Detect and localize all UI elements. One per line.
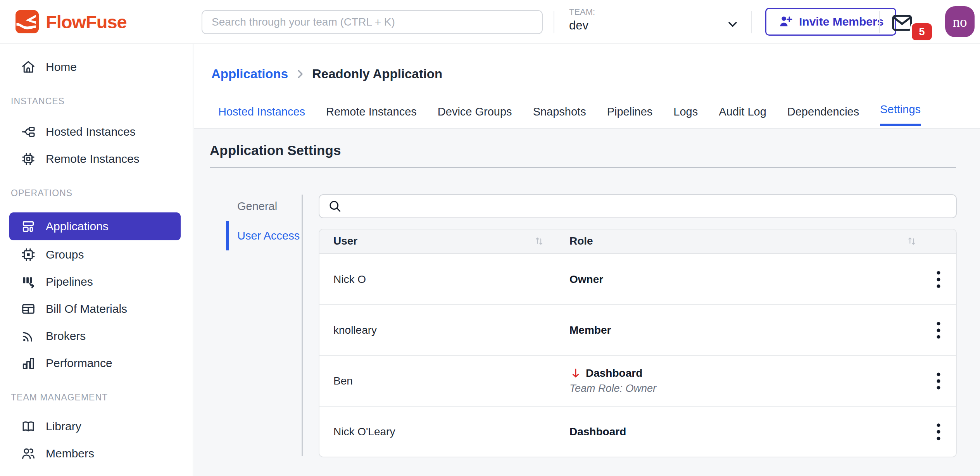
search-icon xyxy=(328,199,342,213)
invite-members-button[interactable]: Invite Members xyxy=(765,8,896,36)
column-header-role: Role xyxy=(569,235,593,247)
user-search-input[interactable] xyxy=(347,196,956,217)
home-icon xyxy=(21,60,36,74)
sidebar-section-instances: INSTANCES xyxy=(11,96,193,107)
sidebar-item-label: Remote Instances xyxy=(46,152,140,166)
user-name: knolleary xyxy=(319,305,569,355)
groups-icon xyxy=(21,247,36,262)
sidebar-item-label: Pipelines xyxy=(46,275,93,288)
kebab-icon xyxy=(936,321,941,340)
tab-pipelines[interactable]: Pipelines xyxy=(607,105,653,126)
user-access-content: User Role Nick O Owner xyxy=(319,194,957,457)
heading-divider xyxy=(210,167,956,168)
sort-icon[interactable] xyxy=(906,236,917,247)
tab-logs[interactable]: Logs xyxy=(673,105,698,126)
flowfuse-logo[interactable]: FlowFuse xyxy=(16,10,127,33)
row-menu-button[interactable] xyxy=(928,318,949,343)
tab-settings[interactable]: Settings xyxy=(880,103,921,126)
sidebar-item-label: Brokers xyxy=(46,329,86,343)
team-label: TEAM: xyxy=(569,7,595,17)
table-row: Nick O Owner xyxy=(319,254,956,304)
sidebar-item-library[interactable]: Library xyxy=(0,414,193,439)
sidebar-item-label: Home xyxy=(46,60,77,74)
row-menu-button[interactable] xyxy=(928,369,949,393)
table-header: User Role xyxy=(319,229,956,254)
sidebar-section-team-management: TEAM MANAGEMENT xyxy=(11,392,193,403)
sidebar-item-performance[interactable]: Performance xyxy=(0,350,193,376)
library-icon xyxy=(21,419,36,434)
settings-subnav: General User Access xyxy=(226,191,304,250)
tab-remote-instances[interactable]: Remote Instances xyxy=(326,105,417,126)
tab-dependencies[interactable]: Dependencies xyxy=(787,105,859,126)
user-name: Ben xyxy=(319,356,569,406)
sidebar-item-label: Applications xyxy=(46,220,109,233)
subnav-label: User Access xyxy=(237,229,300,242)
sidebar-item-label: Bill Of Materials xyxy=(46,302,127,316)
page-title: Application Settings xyxy=(210,143,341,158)
sidebar-item-label: Members xyxy=(46,447,94,460)
invite-members-label: Invite Members xyxy=(799,15,883,28)
chevron-down-icon[interactable] xyxy=(726,17,740,31)
team-role-note: Team Role: Owner xyxy=(569,383,921,395)
applications-icon xyxy=(21,219,36,234)
user-role: Owner xyxy=(569,273,603,286)
tab-snapshots[interactable]: Snapshots xyxy=(533,105,586,126)
sidebar-item-label: Groups xyxy=(46,248,84,261)
breadcrumb-current: Readonly Application xyxy=(312,67,442,81)
tab-audit-log[interactable]: Audit Log xyxy=(719,105,766,126)
sidebar-item-applications[interactable]: Applications xyxy=(9,212,181,240)
pipelines-icon xyxy=(21,274,36,289)
user-plus-icon xyxy=(778,14,793,29)
team-selector[interactable]: TEAM: dev xyxy=(569,7,595,33)
flowfuse-logo-icon xyxy=(16,10,39,33)
role-override-arrow-down-icon xyxy=(569,367,582,379)
table-row: Ben Dashboard Team Role: Owner xyxy=(319,355,956,406)
kebab-icon xyxy=(936,372,941,390)
sidebar-item-label: Hosted Instances xyxy=(46,125,136,138)
kebab-icon xyxy=(936,270,941,289)
sidebar-item-groups[interactable]: Groups xyxy=(0,242,193,267)
breadcrumb-applications-link[interactable]: Applications xyxy=(211,67,288,81)
bill-of-materials-icon xyxy=(21,302,36,316)
tab-hosted-instances[interactable]: Hosted Instances xyxy=(218,105,305,126)
user-name: Nick O'Leary xyxy=(319,407,569,457)
brokers-icon xyxy=(21,329,36,343)
sidebar-item-members[interactable]: Members xyxy=(0,441,193,466)
performance-icon xyxy=(21,356,36,371)
sidebar-item-brokers[interactable]: Brokers xyxy=(0,323,193,349)
sidebar-item-bill-of-materials[interactable]: Bill Of Materials xyxy=(0,296,193,322)
subnav-divider xyxy=(302,195,303,456)
breadcrumb: Applications Readonly Application xyxy=(211,67,442,81)
page-header-strip: Applications Readonly Application Hosted… xyxy=(194,44,980,129)
members-icon xyxy=(21,446,36,461)
user-access-table: User Role Nick O Owner xyxy=(319,229,957,457)
hosted-instances-icon xyxy=(21,124,36,139)
application-tabs: Hosted Instances Remote Instances Device… xyxy=(218,103,921,126)
settings-page: Application Settings General User Access… xyxy=(194,129,980,476)
sidebar-item-label: Performance xyxy=(46,357,112,370)
top-header: FlowFuse TEAM: dev Invite Members 5 no xyxy=(0,0,980,44)
tab-device-groups[interactable]: Device Groups xyxy=(438,105,512,126)
brand-name: FlowFuse xyxy=(46,11,127,33)
sidebar-item-home[interactable]: Home xyxy=(0,54,193,80)
sidebar-item-hosted-instances[interactable]: Hosted Instances xyxy=(0,119,193,145)
user-role: Dashboard xyxy=(569,426,626,438)
sort-icon[interactable] xyxy=(534,236,545,247)
row-menu-button[interactable] xyxy=(928,419,949,444)
row-menu-button[interactable] xyxy=(928,267,949,292)
notification-count-badge: 5 xyxy=(910,22,933,42)
header-divider xyxy=(554,11,554,33)
subnav-item-general[interactable]: General xyxy=(226,191,304,221)
user-avatar[interactable]: no xyxy=(945,6,975,37)
header-divider xyxy=(751,11,752,33)
sidebar-item-pipelines[interactable]: Pipelines xyxy=(0,269,193,295)
kebab-icon xyxy=(936,423,941,441)
avatar-initials: no xyxy=(953,14,967,30)
user-role: Member xyxy=(569,324,611,336)
header-divider xyxy=(879,11,880,33)
subnav-item-user-access[interactable]: User Access xyxy=(226,221,304,250)
sidebar: Home INSTANCES Hosted Instances Remote I… xyxy=(0,44,193,476)
global-search-input[interactable] xyxy=(202,10,543,34)
sidebar-item-remote-instances[interactable]: Remote Instances xyxy=(0,146,193,172)
user-role: Dashboard xyxy=(586,367,642,379)
